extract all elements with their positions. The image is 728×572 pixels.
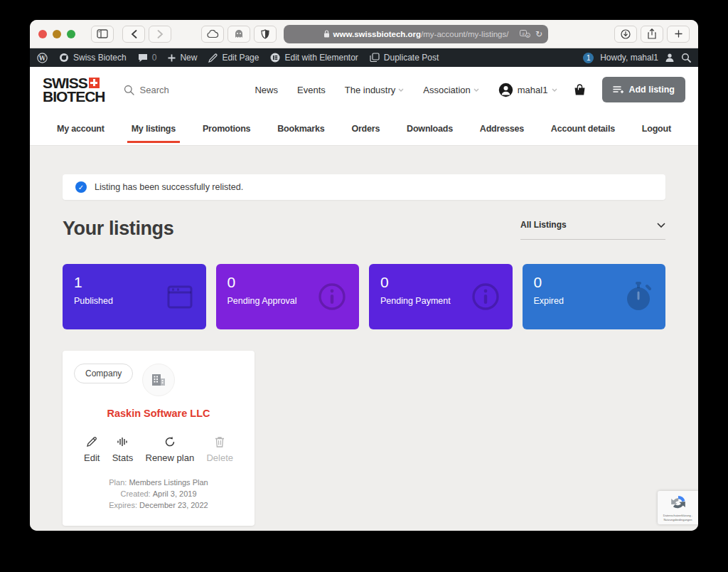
stats-action[interactable]: Stats xyxy=(112,436,134,463)
meta-expires: Expires: December 23, 2022 xyxy=(74,500,243,512)
duplicate-post-menu[interactable]: Duplicate Post xyxy=(370,53,439,63)
stat-card-pending-payment: 0 Pending Payment xyxy=(369,264,513,329)
sidebar-toggle-button[interactable] xyxy=(91,26,114,43)
edit-with-elementor-menu[interactable]: Edit with Elementor xyxy=(270,53,358,63)
user-icon xyxy=(665,53,675,63)
downloads-button[interactable] xyxy=(614,26,637,43)
icloud-tab-button[interactable] xyxy=(201,26,224,43)
wp-admin-bar: W Swiss Biotech 0 New Edit Page Edit wit… xyxy=(30,48,698,67)
browser-toolbar: www.swissbiotech.org/my-account/my-listi… xyxy=(30,20,698,48)
tab-downloads[interactable]: Downloads xyxy=(405,113,454,144)
new-tab-button[interactable] xyxy=(667,26,690,43)
listing-meta: Plan: Members Listings Plan Created: Apr… xyxy=(74,477,243,512)
info-icon xyxy=(316,281,348,312)
dashboard-icon xyxy=(59,53,69,63)
listing-name-link[interactable]: Raskin Software LLC xyxy=(74,408,243,419)
search-placeholder: Search xyxy=(140,85,169,95)
equalizer-icon xyxy=(117,436,128,447)
tab-promotions[interactable]: Promotions xyxy=(201,113,252,144)
howdy-label[interactable]: Howdy, mahal1 xyxy=(600,53,658,63)
privacy-extension-button[interactable] xyxy=(228,26,250,43)
browser-window: www.swissbiotech.org/my-account/my-listi… xyxy=(30,20,698,531)
recaptcha-badge[interactable]: Datenschutzerklärung -Nutzungsbedingunge… xyxy=(658,491,698,524)
pencil-icon xyxy=(86,436,97,447)
stat-card-expired: 0 Expired xyxy=(523,264,666,329)
swiss-biotech-logo[interactable]: SWISS BIOTECH xyxy=(43,76,105,104)
swiss-cross-icon xyxy=(89,78,100,88)
tab-logout[interactable]: Logout xyxy=(641,113,673,144)
listing-logo[interactable] xyxy=(142,364,175,396)
cart-button[interactable] xyxy=(573,83,587,97)
search-icon[interactable] xyxy=(681,53,691,63)
close-window-button[interactable] xyxy=(38,30,47,38)
new-content-menu[interactable]: New xyxy=(168,53,197,63)
plus-icon xyxy=(675,30,682,38)
chevron-down-icon xyxy=(398,88,404,92)
tab-my-account[interactable]: My account xyxy=(55,113,106,144)
site-header: SWISS BIOTECH Search News Events The ind… xyxy=(30,67,698,112)
translate-icon[interactable]: ax xyxy=(520,30,530,38)
edit-action[interactable]: Edit xyxy=(84,436,100,463)
shield-icon xyxy=(261,29,269,39)
svg-text:W: W xyxy=(38,54,46,61)
comments-menu[interactable]: 0 xyxy=(138,53,157,63)
filter-value: All Listings xyxy=(520,220,567,230)
listing-type-badge: Company xyxy=(74,364,133,383)
share-icon xyxy=(648,28,656,39)
stopwatch-icon xyxy=(623,280,654,313)
notification-badge[interactable]: 1 xyxy=(583,53,594,63)
site-name-menu[interactable]: Swiss Biotech xyxy=(59,53,127,63)
new-label: New xyxy=(180,53,197,63)
nav-item-events[interactable]: Events xyxy=(297,85,326,95)
nav-item-association[interactable]: Association xyxy=(423,85,478,95)
main-content: ✓ Listing has been successfully relisted… xyxy=(30,146,698,531)
tab-account-details[interactable]: Account details xyxy=(550,113,616,144)
account-menu[interactable]: mahal1 xyxy=(498,83,558,97)
account-tabs: My account My listings Promotions Bookma… xyxy=(30,112,698,146)
notice-text: Listing has been successfully relisted. xyxy=(95,182,243,192)
site-name-label: Swiss Biotech xyxy=(73,53,127,63)
tab-bookmarks[interactable]: Bookmarks xyxy=(276,113,326,144)
wp-logo-menu[interactable]: W xyxy=(37,53,48,63)
meta-created: Created: April 3, 2019 xyxy=(74,489,243,500)
chevron-down-icon xyxy=(473,88,479,92)
listings-filter-select[interactable]: All Listings xyxy=(520,220,665,240)
zoom-window-button[interactable] xyxy=(67,30,75,38)
add-listing-label: Add listing xyxy=(628,85,675,95)
share-button[interactable] xyxy=(641,26,663,43)
plus-icon xyxy=(168,54,176,62)
delete-action[interactable]: Delete xyxy=(206,436,233,463)
download-icon xyxy=(621,29,631,39)
page-title: Your listings xyxy=(63,218,173,240)
tab-addresses[interactable]: Addresses xyxy=(478,113,525,144)
logo-text-biotech: BIOTECH xyxy=(43,90,105,103)
sidebar-icon xyxy=(97,29,108,38)
main-nav: News Events The industry Association xyxy=(255,85,478,95)
address-bar[interactable]: www.swissbiotech.org/my-account/my-listi… xyxy=(284,25,548,43)
tab-orders[interactable]: Orders xyxy=(350,113,381,144)
url-host: www.swissbiotech.org xyxy=(333,30,422,38)
tab-my-listings[interactable]: My listings xyxy=(130,113,177,144)
traffic-lights xyxy=(38,30,75,38)
pencil-icon xyxy=(208,53,218,63)
forward-button[interactable] xyxy=(149,26,171,43)
nav-item-the-industry[interactable]: The industry xyxy=(345,85,405,95)
url-path: /my-account/my-listings/ xyxy=(421,30,508,38)
listing-card: Company Raskin Software LLC Edit Stats R… xyxy=(63,351,255,526)
edit-page-label: Edit Page xyxy=(222,53,259,63)
elementor-label: Edit with Elementor xyxy=(284,53,358,63)
chevron-down-icon xyxy=(657,223,665,228)
chevron-down-icon xyxy=(552,88,557,92)
reload-icon[interactable]: ↻ xyxy=(535,29,542,39)
nav-item-news[interactable]: News xyxy=(255,85,278,95)
renew-plan-action[interactable]: Renew plan xyxy=(146,436,195,463)
edit-page-menu[interactable]: Edit Page xyxy=(208,53,259,63)
stat-card-published: 1 Published xyxy=(63,264,206,329)
back-button[interactable] xyxy=(122,26,145,43)
success-notice: ✓ Listing has been successfully relisted… xyxy=(63,174,665,200)
svg-text:a: a xyxy=(522,31,525,36)
add-listing-button[interactable]: Add listing xyxy=(602,77,685,102)
minimize-window-button[interactable] xyxy=(53,30,61,38)
header-search[interactable]: Search xyxy=(124,85,169,95)
shield-extension-button[interactable] xyxy=(254,26,277,43)
